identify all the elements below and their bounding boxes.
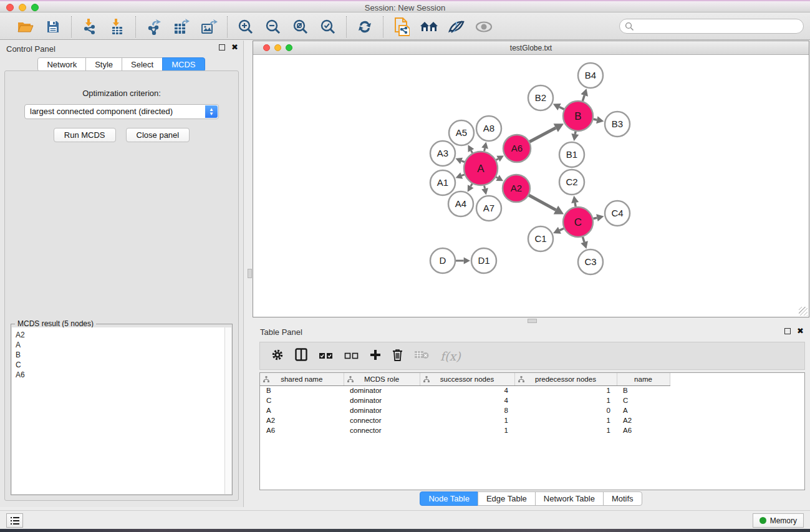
graph-edge-A-A5[interactable] xyxy=(471,150,472,153)
table-cell[interactable]: 8 xyxy=(420,405,514,415)
deselect-all-rows-icon[interactable] xyxy=(344,351,359,362)
graph-edge-C-C2[interactable] xyxy=(575,203,576,206)
table-cell[interactable]: 1 xyxy=(514,395,617,405)
table-cell[interactable]: A6 xyxy=(260,425,344,435)
window-resize-grip[interactable] xyxy=(799,307,808,316)
mcds-result-list[interactable]: A2ABCA6 xyxy=(12,327,224,494)
graph-edge-B-B4[interactable] xyxy=(582,95,584,101)
graph-edge-A2-C[interactable] xyxy=(529,195,556,210)
column-header[interactable]: name xyxy=(617,373,670,385)
table-cell[interactable]: 0 xyxy=(514,405,617,415)
table-cell[interactable]: A2 xyxy=(260,415,344,425)
table-row[interactable]: A2connector11A2 xyxy=(260,415,670,425)
table-row[interactable]: Cdominator41C xyxy=(260,395,670,405)
graph-edge-B-B3[interactable] xyxy=(593,119,597,120)
graph-edge-A-A4[interactable] xyxy=(471,183,472,186)
export-table-icon[interactable] xyxy=(172,17,191,36)
table-cell[interactable]: C xyxy=(617,395,670,405)
table-cell[interactable]: A2 xyxy=(617,415,670,425)
float-table-panel-icon[interactable] xyxy=(784,328,791,334)
column-header[interactable]: MCDS role xyxy=(344,373,420,385)
criterion-select[interactable]: largest connected component (directed) ▲… xyxy=(24,104,219,119)
graph-edge-B-B1[interactable] xyxy=(575,132,576,134)
show-column-icon[interactable] xyxy=(295,348,307,364)
graph-edge-A-A1[interactable] xyxy=(461,175,465,176)
run-mcds-button[interactable]: Run MCDS xyxy=(54,128,116,142)
import-table-icon[interactable] xyxy=(108,17,127,36)
save-session-icon[interactable] xyxy=(44,17,62,36)
zoom-out-icon[interactable] xyxy=(264,17,282,36)
table-cell[interactable]: 1 xyxy=(514,425,617,435)
node-table[interactable]: shared nameMCDS rolesuccessor nodesprede… xyxy=(259,372,805,490)
network-window-titlebar[interactable]: testGlobe.txt xyxy=(253,41,809,55)
table-cell[interactable]: dominator xyxy=(344,395,420,405)
float-panel-icon[interactable] xyxy=(219,44,225,51)
graph-edge-A6-B[interactable] xyxy=(529,128,556,142)
table-cell[interactable]: connector xyxy=(344,415,420,425)
table-row[interactable]: A6connector11A6 xyxy=(260,425,670,435)
table-cell[interactable]: A xyxy=(260,405,344,415)
column-header[interactable]: shared name xyxy=(260,373,344,385)
close-table-panel-icon[interactable]: ✖ xyxy=(797,328,804,334)
graph-edge-B-B2[interactable] xyxy=(559,107,564,110)
result-scrollbar[interactable] xyxy=(224,327,231,494)
table-cell[interactable]: dominator xyxy=(344,405,420,415)
table-cell[interactable]: B xyxy=(617,385,670,395)
tab-motifs[interactable]: Motifs xyxy=(603,491,642,506)
graph-edge-A-A7[interactable] xyxy=(485,185,485,188)
graph-edge-C-C4[interactable] xyxy=(593,218,597,218)
table-cell[interactable]: connector xyxy=(344,425,420,435)
table-settings-icon[interactable] xyxy=(271,349,284,364)
table-row[interactable]: Bdominator41B xyxy=(260,385,670,395)
search-box[interactable] xyxy=(619,19,804,34)
eye-icon[interactable] xyxy=(475,17,493,36)
network-canvas[interactable]: AA6A2BCA5A8A3A1A4A7B2B4B3B1C2C4C1C3DD1 xyxy=(253,56,809,317)
table-cell[interactable]: dominator xyxy=(344,385,420,395)
table-cell[interactable]: 4 xyxy=(420,385,514,395)
column-header[interactable]: predecessor nodes xyxy=(514,373,617,385)
zoom-in-icon[interactable] xyxy=(236,17,255,36)
table-cell[interactable]: 1 xyxy=(420,425,514,435)
graph-edge-A-A8[interactable] xyxy=(485,148,485,152)
column-header[interactable]: successor nodes xyxy=(420,373,514,385)
export-network-icon[interactable] xyxy=(145,17,163,36)
delete-column-icon[interactable] xyxy=(392,349,403,364)
table-cell[interactable]: 1 xyxy=(514,415,617,425)
search-input[interactable] xyxy=(634,21,803,32)
tab-select[interactable]: Select xyxy=(122,57,163,72)
task-history-button[interactable] xyxy=(6,513,23,528)
open-file-icon[interactable] xyxy=(16,17,35,36)
mcds-result-item[interactable]: A2 xyxy=(16,330,221,340)
tab-edge-table[interactable]: Edge Table xyxy=(478,491,536,506)
import-network-icon[interactable] xyxy=(80,17,99,36)
table-cell[interactable]: A6 xyxy=(617,425,670,435)
table-row[interactable]: Adominator80A xyxy=(260,405,670,415)
mcds-result-item[interactable]: A6 xyxy=(16,370,221,380)
memory-button[interactable]: Memory xyxy=(753,513,804,528)
graph-edge-C-C1[interactable] xyxy=(559,228,564,230)
graph-edge-C-C3[interactable] xyxy=(582,237,584,242)
mcds-result-item[interactable]: C xyxy=(16,360,221,370)
function-builder-icon[interactable]: f(x) xyxy=(440,349,461,363)
graph-edge-A-A3[interactable] xyxy=(461,161,465,162)
table-cell[interactable]: C xyxy=(260,395,344,405)
new-network-from-file-icon[interactable] xyxy=(392,17,411,36)
graph-edge-A-A6[interactable] xyxy=(496,159,498,160)
network-graph[interactable]: AA6A2BCA5A8A3A1A4A7B2B4B3B1C2C4C1C3DD1 xyxy=(253,56,809,317)
select-all-rows-icon[interactable] xyxy=(319,351,333,362)
toggle-graphics-details-icon[interactable] xyxy=(447,17,466,36)
graph-edge-A-A2[interactable] xyxy=(496,177,498,178)
tab-network[interactable]: Network xyxy=(37,57,86,72)
mcds-result-item[interactable]: B xyxy=(16,350,221,360)
table-cell[interactable]: 4 xyxy=(420,395,514,405)
tab-mcds[interactable]: MCDS xyxy=(162,57,205,72)
close-panel-icon[interactable]: ✖ xyxy=(231,44,238,51)
horizontal-splitter-handle[interactable] xyxy=(528,319,537,323)
delete-table-icon[interactable] xyxy=(414,350,429,362)
zoom-fit-icon[interactable] xyxy=(291,17,310,36)
tab-style[interactable]: Style xyxy=(85,57,122,72)
refresh-icon[interactable] xyxy=(355,17,374,36)
tab-node-table[interactable]: Node Table xyxy=(420,491,478,506)
add-column-icon[interactable] xyxy=(370,349,381,363)
mcds-result-item[interactable]: A xyxy=(16,340,221,350)
